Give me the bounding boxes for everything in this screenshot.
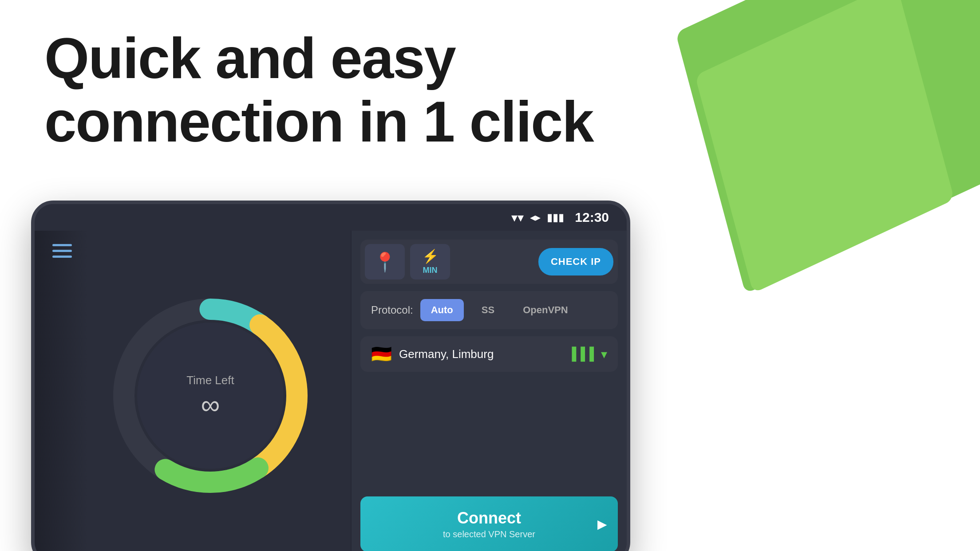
check-ip-button[interactable]: CHECK IP bbox=[538, 248, 613, 276]
connect-sub-text: to selected VPN Server bbox=[443, 529, 535, 539]
protocol-openvpn-button[interactable]: OpenVPN bbox=[512, 299, 578, 321]
protocol-bar: Protocol: Auto SS OpenVPN bbox=[360, 291, 618, 329]
wifi-icon: ▾▾ bbox=[511, 210, 524, 225]
protocol-openvpn-label: OpenVPN bbox=[523, 304, 568, 315]
time-value: ∞ bbox=[186, 392, 234, 418]
connect-button[interactable]: Connect to selected VPN Server ▶ bbox=[360, 496, 618, 551]
time-left-label: Time Left bbox=[186, 374, 234, 387]
headline-text: Quick and easy connection in 1 click bbox=[44, 27, 593, 153]
country-flag: 🇩🇪 bbox=[371, 344, 392, 364]
hamburger-button[interactable] bbox=[48, 240, 76, 262]
status-icons: ▾▾ ◂▸ ▮▮▮ 12:30 bbox=[511, 210, 609, 225]
right-panel: 📍 ⚡ MIN CHECK IP Protocol: Auto SS bbox=[352, 231, 627, 551]
signal-icon: ◂▸ bbox=[530, 211, 541, 224]
headline-block: Quick and easy connection in 1 click bbox=[44, 27, 593, 153]
hamburger-line-2 bbox=[52, 250, 72, 252]
connect-main-text: Connect bbox=[457, 509, 521, 527]
protocol-auto-button[interactable]: Auto bbox=[420, 299, 464, 321]
protocol-auto-label: Auto bbox=[431, 304, 453, 315]
hamburger-line-3 bbox=[52, 256, 72, 258]
location-bar[interactable]: 🇩🇪 Germany, Limburg ▐▐▐ ▾ bbox=[360, 336, 618, 372]
signal-bars-icon: ▐▐▐ bbox=[567, 347, 594, 361]
main-content: Time Left ∞ 📍 ⚡ MIN CHECK IP bbox=[35, 231, 627, 551]
location-name: Germany, Limburg bbox=[399, 347, 560, 361]
min-button[interactable]: ⚡ MIN bbox=[410, 244, 450, 279]
device-frame: ▾▾ ◂▸ ▮▮▮ 12:30 bbox=[31, 201, 630, 551]
protocol-ss-label: SS bbox=[482, 304, 494, 315]
dropdown-arrow-icon: ▾ bbox=[601, 347, 607, 362]
donut-center: Time Left ∞ bbox=[186, 374, 234, 418]
location-pin-icon: 📍 bbox=[373, 251, 396, 273]
lightning-icon: ⚡ bbox=[422, 248, 439, 264]
headline-line2: connection in 1 click bbox=[44, 89, 593, 154]
left-panel: Time Left ∞ bbox=[35, 231, 351, 551]
hamburger-menu[interactable] bbox=[48, 240, 76, 262]
location-button[interactable]: 📍 bbox=[365, 244, 405, 279]
protocol-ss-button[interactable]: SS bbox=[471, 299, 505, 321]
min-label: MIN bbox=[423, 266, 438, 275]
check-ip-label: CHECK IP bbox=[551, 256, 601, 267]
donut-container: Time Left ∞ bbox=[104, 289, 317, 502]
protocol-label: Protocol: bbox=[371, 304, 413, 316]
headline-line1: Quick and easy bbox=[44, 26, 455, 91]
hamburger-line-1 bbox=[52, 244, 72, 246]
connect-arrow-icon: ▶ bbox=[597, 517, 607, 531]
status-bar: ▾▾ ◂▸ ▮▮▮ 12:30 bbox=[35, 204, 627, 231]
battery-icon: ▮▮▮ bbox=[547, 211, 564, 224]
action-bar: 📍 ⚡ MIN CHECK IP bbox=[360, 240, 618, 284]
status-time: 12:30 bbox=[575, 210, 609, 225]
